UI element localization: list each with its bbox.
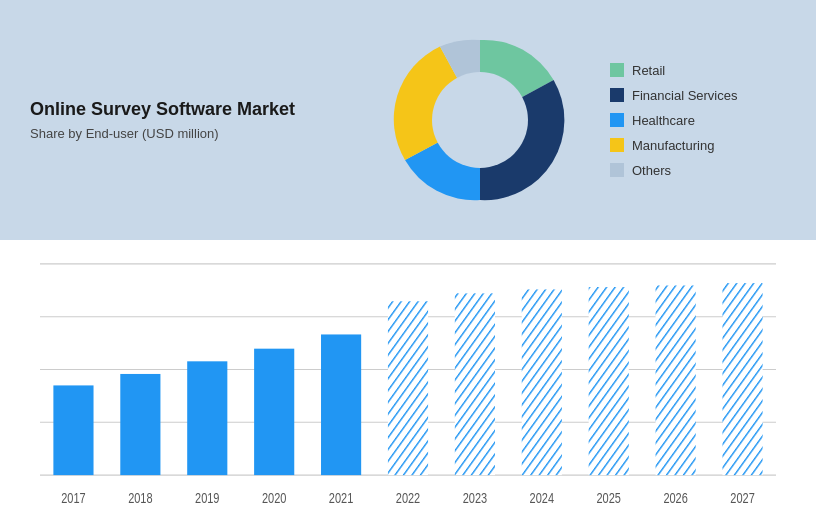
svg-rect-29 — [722, 283, 762, 475]
donut-chart — [390, 30, 570, 210]
legend-color-others — [610, 163, 624, 177]
legend-label-financial: Financial Services — [632, 88, 738, 103]
legend-area: Retail Financial Services Healthcare Man… — [590, 63, 786, 178]
legend-color-manufacturing — [610, 138, 624, 152]
legend-item-others: Others — [610, 163, 786, 178]
title-area: Online Survey Software Market Share by E… — [30, 99, 370, 141]
svg-rect-21 — [455, 293, 495, 475]
svg-text:2019: 2019 — [195, 489, 219, 506]
svg-rect-25 — [589, 287, 629, 475]
svg-text:2025: 2025 — [597, 489, 621, 506]
svg-text:2021: 2021 — [329, 489, 353, 506]
svg-rect-27 — [656, 285, 696, 475]
svg-text:2018: 2018 — [128, 489, 152, 506]
svg-text:2023: 2023 — [463, 489, 487, 506]
chart-title: Online Survey Software Market — [30, 99, 370, 120]
svg-rect-17 — [321, 334, 361, 475]
chart-subtitle: Share by End-user (USD million) — [30, 126, 370, 141]
svg-rect-9 — [53, 385, 93, 475]
bar-chart-svg: 2017201820192020202120222023202420252026… — [30, 250, 786, 514]
bar-chart-area: 2017201820192020202120222023202420252026… — [30, 250, 786, 514]
svg-rect-19 — [388, 301, 428, 475]
svg-text:2020: 2020 — [262, 489, 286, 506]
svg-text:2027: 2027 — [730, 489, 754, 506]
svg-text:2017: 2017 — [61, 489, 85, 506]
legend-color-healthcare — [610, 113, 624, 127]
legend-color-financial — [610, 88, 624, 102]
legend-item-financial: Financial Services — [610, 88, 786, 103]
legend-label-manufacturing: Manufacturing — [632, 138, 714, 153]
svg-point-0 — [432, 72, 528, 168]
legend-label-retail: Retail — [632, 63, 665, 78]
svg-text:2024: 2024 — [530, 489, 554, 506]
svg-text:2026: 2026 — [663, 489, 687, 506]
svg-text:2022: 2022 — [396, 489, 420, 506]
top-section: Online Survey Software Market Share by E… — [0, 0, 816, 240]
legend-item-healthcare: Healthcare — [610, 113, 786, 128]
legend-label-others: Others — [632, 163, 671, 178]
legend-color-retail — [610, 63, 624, 77]
svg-rect-11 — [120, 374, 160, 475]
bottom-section: 2017201820192020202120222023202420252026… — [0, 240, 816, 528]
legend-item-retail: Retail — [610, 63, 786, 78]
svg-rect-13 — [187, 361, 227, 475]
svg-rect-15 — [254, 349, 294, 475]
donut-chart-area — [370, 30, 590, 210]
legend-label-healthcare: Healthcare — [632, 113, 695, 128]
svg-rect-23 — [522, 289, 562, 475]
legend-item-manufacturing: Manufacturing — [610, 138, 786, 153]
